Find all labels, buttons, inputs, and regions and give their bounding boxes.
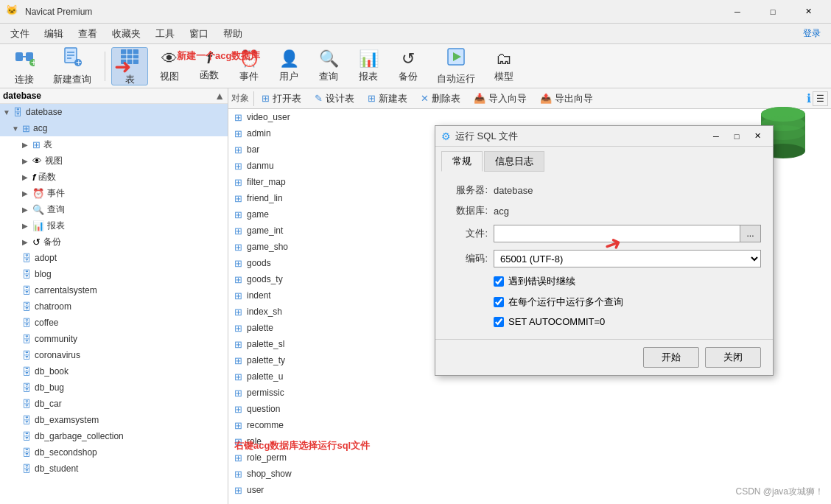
table-icon-danmu: ⊞ bbox=[234, 161, 242, 172]
db-car-icon: 🗄 bbox=[22, 399, 32, 410]
sidebar-item-db-examsystem[interactable]: 🗄 db_examsystem bbox=[0, 412, 228, 428]
sidebar-item-acg-functions[interactable]: ▶ f 函数 bbox=[0, 169, 228, 185]
dialog-file-input[interactable] bbox=[494, 225, 740, 242]
table-row-shop-show[interactable]: ⊞ shop_show bbox=[228, 466, 831, 482]
login-area[interactable]: 登录 bbox=[803, 27, 821, 40]
minimize-button[interactable]: ─ bbox=[720, 0, 754, 24]
view-button[interactable]: 👁 视图 bbox=[151, 47, 188, 85]
table-icon-palette-ty: ⊞ bbox=[234, 355, 242, 366]
dialog-maximize-btn[interactable]: □ bbox=[727, 128, 746, 144]
dialog-close-dialog-btn[interactable]: 关闭 bbox=[705, 347, 761, 368]
sidebar-top-bar: datebase ▲ bbox=[0, 88, 228, 104]
info-btn[interactable]: ℹ bbox=[807, 91, 811, 105]
table-name-indent: indent bbox=[247, 290, 271, 301]
table-icon-recomme: ⊞ bbox=[234, 420, 242, 431]
db-car-label: db_car bbox=[35, 399, 62, 409]
sidebar-item-db-garbage[interactable]: 🗄 db_garbage_collection bbox=[0, 428, 228, 444]
user-button[interactable]: 👤 用户 bbox=[270, 47, 307, 85]
connect-button[interactable]: + 连接 bbox=[6, 47, 43, 85]
menu-window[interactable]: 窗口 bbox=[182, 24, 216, 43]
dialog-tab-log[interactable]: 信息日志 bbox=[484, 151, 544, 172]
backup-button[interactable]: ↺ 备份 bbox=[390, 47, 427, 85]
app-icon: 🐱 bbox=[6, 4, 21, 19]
event-label: 事件 bbox=[239, 70, 259, 83]
function-button[interactable]: f 函数 bbox=[191, 47, 228, 85]
table-row-recomme[interactable]: ⊞ recomme bbox=[228, 417, 831, 433]
sidebar-item-carrentalsystem[interactable]: 🗄 carrentalsystem bbox=[0, 282, 228, 298]
export-wizard-btn[interactable]: 📤 导出向导 bbox=[534, 91, 599, 107]
table-name-recomme: recomme bbox=[247, 420, 284, 430]
sidebar-item-coffee[interactable]: 🗄 coffee bbox=[0, 315, 228, 331]
query-button[interactable]: 🔍 查询 bbox=[310, 47, 347, 85]
datebase-label: datebase bbox=[26, 107, 62, 117]
sidebar-item-acg-tables[interactable]: ▶ ⊞ 表 bbox=[0, 136, 228, 153]
table-row-question[interactable]: ⊞ question bbox=[228, 401, 831, 417]
sidebar-item-chatroom[interactable]: 🗄 chatroom bbox=[0, 298, 228, 315]
sidebar-item-db-secondshop[interactable]: 🗄 db_secondshop bbox=[0, 444, 228, 461]
menu-help[interactable]: 帮助 bbox=[216, 24, 250, 43]
new-table-btn[interactable]: ⊞ 新建表 bbox=[362, 91, 413, 107]
menu-edit[interactable]: 编辑 bbox=[37, 24, 71, 43]
delete-table-btn[interactable]: ✕ 删除表 bbox=[415, 91, 466, 107]
sidebar-item-acg-reports[interactable]: ▶ 📊 报表 bbox=[0, 217, 228, 234]
dialog-start-btn[interactable]: 开始 bbox=[643, 347, 699, 368]
dialog-tab-general[interactable]: 常规 bbox=[441, 151, 483, 172]
backup-label: 备份 bbox=[399, 70, 418, 83]
sidebar-item-db-student[interactable]: 🗄 db_student bbox=[0, 461, 228, 477]
dialog-minimize-btn[interactable]: ─ bbox=[706, 128, 726, 144]
coronavirus-icon: 🗄 bbox=[22, 350, 32, 361]
design-table-btn[interactable]: ✎ 设计表 bbox=[309, 91, 360, 107]
table-row-role-perm[interactable]: ⊞ role_perm bbox=[228, 449, 831, 466]
new-query-button[interactable]: + 新建查询 bbox=[46, 47, 99, 85]
sidebar-item-adopt[interactable]: 🗄 adopt bbox=[0, 250, 228, 266]
query-label: 查询 bbox=[319, 70, 338, 83]
sidebar-item-db-bug[interactable]: 🗄 db_bug bbox=[0, 379, 228, 396]
table-row-video-user[interactable]: ⊞ video_user bbox=[228, 109, 831, 125]
maximize-button[interactable]: □ bbox=[756, 0, 790, 24]
dialog-checkbox-multi-input[interactable] bbox=[494, 297, 504, 307]
table-button[interactable]: 表 bbox=[111, 47, 148, 85]
sidebar-item-community[interactable]: 🗄 community bbox=[0, 331, 228, 347]
sidebar-item-acg-views[interactable]: ▶ 👁 视图 bbox=[0, 153, 228, 169]
report-button[interactable]: 📊 报表 bbox=[350, 47, 387, 85]
table-row-permissic[interactable]: ⊞ permissic bbox=[228, 385, 831, 401]
user-label: 用户 bbox=[279, 70, 298, 83]
dialog-encoding-label: 编码: bbox=[447, 252, 488, 265]
dialog-file-label: 文件: bbox=[447, 227, 488, 240]
dialog-checkbox-autocommit-input[interactable] bbox=[494, 317, 504, 327]
sidebar-item-coronavirus[interactable]: 🗄 coronavirus bbox=[0, 347, 228, 363]
model-button[interactable]: 🗂 模型 bbox=[485, 47, 522, 85]
table-row-role[interactable]: ⊞ role bbox=[228, 433, 831, 449]
dialog-checkbox-autocommit-label: SET AUTOCOMMIT=0 bbox=[508, 316, 605, 327]
dialog-checkbox-error-input[interactable] bbox=[494, 276, 504, 287]
sidebar-item-db-book[interactable]: 🗄 db_book bbox=[0, 363, 228, 379]
sidebar-collapse-btn[interactable]: ▲ bbox=[214, 90, 225, 102]
menu-file[interactable]: 文件 bbox=[3, 24, 37, 43]
import-wizard-btn[interactable]: 📥 导入向导 bbox=[468, 91, 533, 107]
sql-dialog[interactable]: ⚙ 运行 SQL 文件 ─ □ ✕ 常规 信息日志 服务器: datebase … bbox=[435, 125, 774, 376]
backups-icon: ↺ bbox=[32, 237, 41, 248]
sidebar-item-acg-backups[interactable]: ▶ ↺ 备份 bbox=[0, 234, 228, 250]
close-button[interactable]: ✕ bbox=[791, 0, 825, 24]
sidebar-item-datebase[interactable]: ▼ 🗄 datebase bbox=[0, 104, 228, 120]
event-button[interactable]: ⏰ 事件 bbox=[231, 47, 267, 85]
view-mode-btn[interactable]: ☰ bbox=[813, 91, 828, 106]
autorun-button[interactable]: 自动运行 bbox=[429, 47, 483, 85]
open-table-btn[interactable]: ⊞ 打开表 bbox=[256, 91, 307, 107]
sidebar-item-acg[interactable]: ▼ ⊞ acg bbox=[0, 120, 228, 136]
sidebar-item-db-car[interactable]: 🗄 db_car bbox=[0, 396, 228, 412]
table-icon-goods: ⊞ bbox=[234, 258, 242, 269]
model-icon: 🗂 bbox=[496, 49, 512, 69]
dialog-title: 运行 SQL 文件 bbox=[455, 130, 706, 143]
menu-tools[interactable]: 工具 bbox=[148, 24, 182, 43]
sidebar-item-acg-queries[interactable]: ▶ 🔍 查询 bbox=[0, 201, 228, 217]
menu-favorites[interactable]: 收藏夹 bbox=[105, 24, 148, 43]
community-icon: 🗄 bbox=[22, 334, 32, 345]
dialog-file-input-group: ... bbox=[494, 225, 761, 242]
menu-view[interactable]: 查看 bbox=[71, 24, 105, 43]
sidebar-item-blog[interactable]: 🗄 blog bbox=[0, 266, 228, 282]
dialog-encoding-select[interactable]: 65001 (UTF-8) bbox=[494, 250, 761, 267]
dialog-browse-btn[interactable]: ... bbox=[740, 225, 761, 242]
sidebar-item-acg-events[interactable]: ▶ ⏰ 事件 bbox=[0, 185, 228, 201]
dialog-close-btn[interactable]: ✕ bbox=[748, 128, 767, 144]
